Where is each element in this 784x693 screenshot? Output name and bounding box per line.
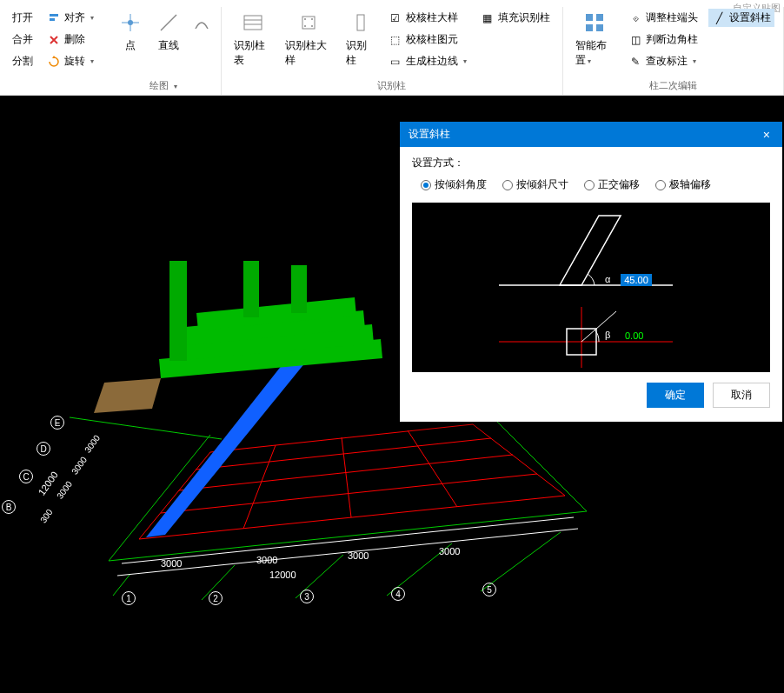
method-radio-group: 按倾斜角度 按倾斜尺寸 正交偏移 极轴偏移	[412, 177, 770, 192]
border-icon: ▭	[389, 55, 402, 69]
svg-rect-6	[244, 16, 262, 30]
line-tool[interactable]: 直线	[149, 7, 188, 57]
align-button[interactable]: 对齐▾	[43, 9, 97, 27]
svg-point-11	[311, 18, 313, 20]
radio-ortho-offset[interactable]: 正交偏移	[584, 177, 640, 192]
check-graphic-button[interactable]: ⬚ 校核柱图元	[385, 30, 470, 49]
svg-line-20	[161, 474, 537, 513]
graphic-icon: ⬚	[389, 33, 402, 47]
axis-bubble-b: B	[2, 500, 16, 514]
ok-button[interactable]: 确定	[647, 383, 704, 408]
radio-polar-offset[interactable]: 极轴偏移	[655, 177, 711, 192]
svg-point-12	[304, 25, 306, 27]
column-icon	[349, 10, 373, 35]
close-icon[interactable]: ×	[760, 128, 774, 142]
axis-bubble-5: 5	[482, 583, 496, 596]
svg-marker-50	[560, 216, 621, 285]
dim-x-2: 3000	[256, 555, 277, 565]
smart-layout-button[interactable]: 智能布置▾	[568, 7, 621, 71]
svg-line-24	[139, 452, 210, 539]
svg-rect-0	[50, 14, 58, 17]
radio-by-angle[interactable]: 按倾斜角度	[421, 177, 487, 192]
delete-icon	[47, 33, 61, 47]
review-annotation-button[interactable]: ✎ 查改标注▾	[625, 52, 701, 70]
svg-rect-1	[50, 18, 55, 21]
axis-bubble-2: 2	[209, 591, 223, 605]
svg-point-13	[311, 25, 313, 27]
svg-rect-45	[169, 261, 187, 361]
fill-identify-button[interactable]: ▦ 填充识别柱	[477, 9, 554, 27]
axis-bubble-4: 4	[391, 587, 405, 601]
svg-text:α: α	[605, 274, 611, 284]
identify-col-button[interactable]: 识别柱	[339, 7, 381, 71]
svg-rect-14	[357, 15, 364, 30]
svg-marker-48	[94, 378, 161, 413]
dialog-titlebar[interactable]: 设置斜柱 ×	[400, 122, 782, 147]
delete-button[interactable]: 删除	[43, 30, 97, 49]
judge-corner-button[interactable]: ◫ 判断边角柱	[625, 30, 701, 49]
arc-tool[interactable]	[188, 7, 216, 54]
svg-rect-17	[586, 24, 593, 31]
svg-line-27	[408, 430, 457, 507]
split-button[interactable]: 分割	[9, 52, 37, 70]
gen-border-button[interactable]: ▭ 生成柱边线▾	[385, 52, 470, 70]
dialog-title-text: 设置斜柱	[409, 127, 450, 142]
svg-rect-18	[596, 24, 603, 31]
cancel-button[interactable]: 取消	[713, 383, 770, 408]
secondary-group-label: 柱二次编辑	[568, 77, 778, 95]
point-icon	[118, 10, 143, 35]
identify-col-table-button[interactable]: 识别柱表	[227, 7, 278, 71]
axis-bubble-c: C	[19, 470, 33, 483]
line-icon	[156, 10, 181, 35]
table-icon	[241, 10, 265, 35]
check-detail-button[interactable]: ☑ 校核柱大样	[385, 9, 470, 27]
svg-rect-16	[596, 14, 603, 21]
svg-line-28	[473, 424, 565, 496]
svg-line-5	[161, 15, 176, 30]
svg-line-26	[342, 437, 351, 517]
method-label: 设置方式：	[412, 156, 770, 170]
radio-by-size[interactable]: 按倾斜尺寸	[502, 177, 568, 192]
corner-icon: ◫	[628, 33, 642, 47]
dim-x-1: 3000	[161, 558, 182, 569]
set-slant-dialog: 设置斜柱 × 设置方式： 按倾斜角度 按倾斜尺寸 正交偏移 极轴偏移	[400, 122, 782, 422]
svg-line-32	[487, 411, 587, 511]
preview-box: α β 0.00	[412, 203, 770, 372]
svg-rect-47	[291, 265, 307, 313]
identify-col-detail-button[interactable]: 识别柱大样	[278, 7, 339, 71]
beta-value: 0.00	[625, 330, 643, 341]
rotate-button[interactable]: 旋转▾	[43, 52, 97, 70]
dim-x-3: 3000	[348, 550, 369, 561]
point-tool[interactable]: 点	[111, 7, 149, 57]
axis-bubble-d: D	[37, 442, 50, 456]
align-icon	[47, 11, 61, 25]
svg-rect-46	[243, 261, 259, 317]
layout-icon	[582, 10, 607, 35]
radio-icon	[502, 180, 513, 190]
svg-rect-9	[302, 17, 315, 29]
adjust-end-button[interactable]: ⟐ 调整柱端头	[625, 9, 701, 27]
check-icon: ☑	[389, 11, 402, 25]
radio-icon	[421, 180, 431, 190]
identify-group-label: 识别柱	[227, 77, 557, 95]
set-slant-button[interactable]: ╱ 设置斜柱	[708, 9, 774, 27]
adjust-icon: ⟐	[628, 11, 642, 25]
axis-bubble-3: 3	[300, 590, 314, 603]
svg-line-37	[481, 532, 561, 591]
rotate-icon	[47, 55, 61, 69]
svg-line-19	[139, 496, 565, 539]
radio-icon	[584, 180, 595, 190]
open-button[interactable]: 打开	[9, 9, 37, 27]
svg-line-25	[243, 445, 276, 529]
fill-icon: ▦	[481, 11, 495, 25]
axis-bubble-e: E	[50, 416, 64, 430]
detail-icon	[296, 10, 321, 35]
slant-icon: ╱	[712, 11, 726, 25]
dim-total-x: 12000	[269, 570, 296, 580]
merge-button[interactable]: 合并	[9, 30, 37, 49]
alpha-input[interactable]	[621, 274, 652, 286]
arc-icon	[189, 10, 214, 35]
ribbon-toolbar: 打开 合并 分割 对齐▾ 删除 旋转▾	[0, 0, 784, 96]
axis-bubble-1: 1	[122, 591, 136, 605]
draw-group-label: 绘图 ▾	[111, 77, 216, 95]
